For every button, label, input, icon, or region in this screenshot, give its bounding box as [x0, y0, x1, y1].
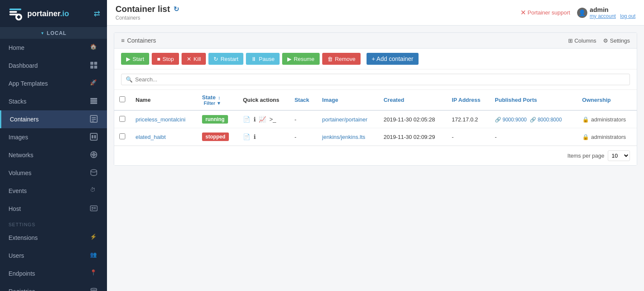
- search-bar: 🔍: [114, 69, 637, 90]
- main-area: Container list ↻ Containers ✕ Portainer …: [107, 0, 644, 291]
- sidebar-item-home[interactable]: Home 🏠: [0, 39, 107, 57]
- logo[interactable]: portainer.io ⇄: [0, 0, 107, 28]
- sidebar-item-events[interactable]: Events ⏱: [0, 182, 107, 200]
- search-input-wrap: 🔍: [121, 74, 630, 85]
- col-name[interactable]: Name: [130, 90, 197, 110]
- sort-icon: ↕: [218, 95, 221, 100]
- user-links: my account log out: [590, 13, 635, 19]
- col-created[interactable]: Created: [378, 90, 447, 110]
- col-quick-actions: Quick actions: [238, 90, 289, 110]
- search-input[interactable]: [135, 76, 625, 83]
- svg-rect-8: [94, 62, 97, 65]
- events-icon: ⏱: [90, 187, 98, 195]
- dashboard-icon: [90, 61, 98, 70]
- extensions-icon: ⚡: [90, 233, 98, 242]
- sidebar-item-containers[interactable]: Containers: [0, 110, 107, 128]
- sidebar-item-stacks[interactable]: Stacks: [0, 92, 107, 110]
- my-account-link[interactable]: my account: [590, 13, 616, 19]
- sidebar-item-host[interactable]: Host: [0, 200, 107, 218]
- svg-rect-20: [94, 135, 96, 138]
- refresh-icon[interactable]: ↻: [173, 5, 179, 13]
- inspect-icon2[interactable]: ℹ: [254, 133, 256, 140]
- sidebar-item-extensions[interactable]: Extensions ⚡: [0, 229, 107, 247]
- columns-button[interactable]: ⊞ Columns: [568, 37, 596, 44]
- sidebar-item-networks[interactable]: Networks: [0, 146, 107, 164]
- svg-rect-11: [90, 98, 97, 100]
- stop-button[interactable]: ■ Stop: [152, 53, 179, 65]
- restart-button[interactable]: ↻ Restart: [208, 53, 243, 65]
- sidebar-item-dashboard[interactable]: Dashboard: [0, 57, 107, 75]
- col-state[interactable]: State ↕ Filter ▼: [197, 90, 238, 110]
- port2-link[interactable]: 🔗 8000:8000: [530, 117, 562, 123]
- row2-checkbox[interactable]: [119, 133, 125, 139]
- svg-rect-30: [93, 208, 96, 209]
- svg-rect-1: [9, 9, 21, 10]
- sidebar-item-users[interactable]: Users 👥: [0, 247, 107, 265]
- stacks-icon: [90, 97, 98, 106]
- filter-label[interactable]: Filter ▼: [204, 101, 233, 106]
- svg-rect-13: [90, 102, 97, 104]
- sidebar-item-app-templates[interactable]: App Templates 🚀: [0, 75, 107, 92]
- col-ip-address[interactable]: IP Address: [447, 90, 490, 110]
- image-link[interactable]: portainer/portainer: [322, 116, 367, 123]
- admin-username: admin: [590, 6, 635, 13]
- pagination-row: Items per page 10 25 50 100: [114, 146, 637, 165]
- sidebar-item-endpoints[interactable]: Endpoints 📍: [0, 265, 107, 282]
- container-name-link[interactable]: priceless_montalcini: [136, 116, 185, 123]
- support-icon: ✕: [520, 9, 526, 17]
- add-container-button[interactable]: + Add container: [367, 53, 419, 65]
- home-icon: 🏠: [90, 43, 98, 52]
- svg-rect-10: [94, 66, 97, 69]
- ownership-cell2: 🔒 administrators: [582, 134, 632, 140]
- pagination-label: Items per page: [567, 153, 604, 159]
- portainer-support-link[interactable]: ✕ Portainer support: [520, 9, 570, 17]
- col-published-ports[interactable]: Published Ports: [490, 90, 577, 110]
- kill-button[interactable]: ✕ Kill: [182, 53, 206, 65]
- registries-icon: [90, 287, 98, 291]
- inspect-icon[interactable]: ℹ: [254, 116, 256, 123]
- col-stack[interactable]: Stack: [289, 90, 317, 110]
- table-row: elated_haibt stopped 📄 ℹ - jenk: [114, 128, 637, 146]
- created-cell: 2019-11-30 02:09:29: [378, 128, 447, 146]
- resume-button[interactable]: ▶ Resume: [282, 53, 319, 65]
- sidebar-item-registries[interactable]: Registries: [0, 282, 107, 291]
- endpoint-badge[interactable]: LOCAL: [0, 28, 107, 39]
- logs-icon[interactable]: 📄: [243, 116, 250, 123]
- app-templates-icon: 🚀: [90, 79, 98, 88]
- select-all-checkbox[interactable]: [119, 96, 125, 102]
- stop-icon: ■: [157, 56, 160, 62]
- sidebar-item-volumes[interactable]: Volumes: [0, 164, 107, 182]
- pagination-select[interactable]: 10 25 50 100: [608, 150, 630, 161]
- log-out-link[interactable]: log out: [620, 13, 635, 19]
- pause-button[interactable]: ⏸ Pause: [246, 53, 280, 65]
- endpoint-label: LOCAL: [47, 30, 66, 36]
- port1-link[interactable]: 🔗 9000:9000: [495, 117, 527, 123]
- settings-button[interactable]: ⚙ Settings: [603, 37, 630, 44]
- stats-icon[interactable]: 📈: [259, 116, 266, 123]
- col-ownership[interactable]: Ownership: [577, 90, 637, 110]
- remove-button[interactable]: 🗑 Remove: [322, 53, 361, 65]
- status-badge: stopped: [202, 133, 229, 141]
- console-icon[interactable]: >_: [269, 116, 276, 123]
- settings-section-label: SETTINGS: [0, 218, 107, 229]
- images-icon: [90, 133, 98, 141]
- container-name-link[interactable]: elated_haibt: [136, 134, 166, 140]
- host-icon: [90, 205, 98, 213]
- image-link2[interactable]: jenkins/jenkins.lts: [322, 134, 365, 140]
- start-button[interactable]: ▶ Start: [121, 53, 149, 65]
- restart-icon: ↻: [214, 56, 218, 62]
- sidebar-toggle-icon[interactable]: ⇄: [94, 9, 100, 18]
- external-link-icon: 🔗: [495, 117, 501, 123]
- widget-header: ≡ Containers ⊞ Columns ⚙ Settings: [114, 33, 637, 49]
- logs-icon2[interactable]: 📄: [243, 133, 250, 140]
- status-badge: running: [202, 115, 228, 124]
- filter-icon: ▼: [217, 101, 221, 106]
- svg-rect-9: [90, 66, 93, 69]
- sidebar: portainer.io ⇄ LOCAL Home 🏠 Dashboard Ap…: [0, 0, 107, 291]
- page-title: Container list ↻: [116, 4, 179, 14]
- row1-checkbox[interactable]: [119, 116, 125, 122]
- sidebar-item-images[interactable]: Images: [0, 128, 107, 146]
- created-cell: 2019-11-30 02:05:28: [378, 110, 447, 128]
- action-toolbar: ▶ Start ■ Stop ✕ Kill ↻ Restart ⏸ Paus: [114, 49, 637, 69]
- col-image[interactable]: Image: [317, 90, 378, 110]
